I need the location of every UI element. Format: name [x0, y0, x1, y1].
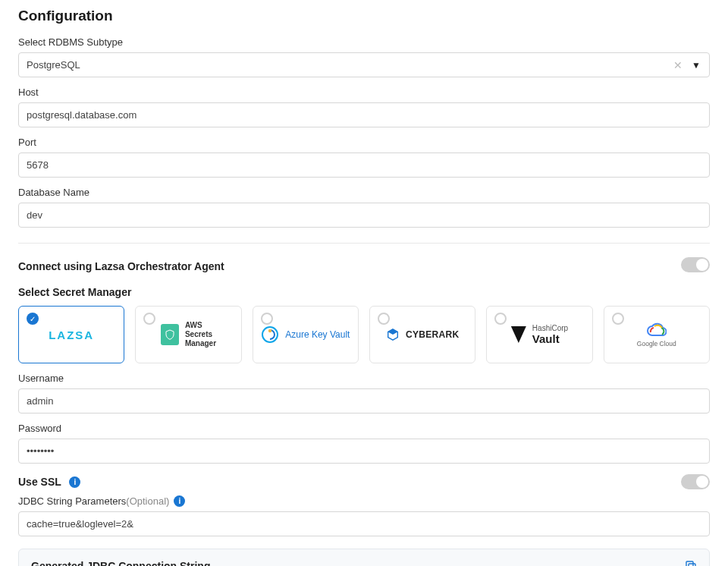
unchecked-icon	[612, 313, 624, 325]
svg-marker-3	[388, 329, 398, 335]
dbname-label: Database Name	[18, 187, 710, 198]
secret-card-azure[interactable]: Azure Key Vault	[253, 306, 359, 363]
port-label: Port	[18, 137, 710, 148]
check-icon: ✓	[27, 313, 39, 325]
password-label: Password	[18, 423, 710, 434]
secret-card-cyberark[interactable]: CYBERARK	[369, 306, 475, 363]
username-label: Username	[18, 373, 710, 384]
copy-icon[interactable]	[685, 560, 697, 566]
divider	[18, 243, 710, 244]
shield-icon	[161, 324, 179, 345]
unchecked-icon	[143, 313, 155, 325]
secret-card-lazsa[interactable]: ✓ LAZSA	[18, 306, 124, 363]
gcloud-label: Google Cloud	[637, 340, 676, 347]
connect-agent-label: Connect using Lazsa Orchestrator Agent	[18, 260, 224, 272]
unchecked-icon	[378, 313, 390, 325]
jdbc-params-optional: (Optional)	[126, 495, 169, 507]
unchecked-icon	[494, 313, 507, 325]
lazsa-logo: LAZSA	[49, 329, 94, 341]
host-label: Host	[18, 86, 710, 98]
gcloud-icon	[647, 322, 667, 338]
port-input[interactable]	[18, 153, 710, 178]
generated-connection-box: Generated JDBC Connection String jdbc:po…	[18, 549, 710, 566]
use-ssl-toggle[interactable]	[681, 474, 710, 489]
vault-icon	[511, 326, 526, 343]
azure-icon	[261, 325, 279, 344]
cyberark-label: CYBERARK	[406, 329, 459, 340]
secret-manager-label: Select Secret Manager	[18, 286, 710, 298]
jdbc-params-label: JDBC String Parameters	[18, 495, 126, 507]
password-input[interactable]	[18, 439, 710, 464]
jdbc-params-input[interactable]	[18, 511, 710, 536]
host-input[interactable]	[18, 102, 710, 127]
secret-manager-cards: ✓ LAZSA AWS Secrets Manager Azure Key Va…	[18, 306, 710, 363]
aws-line2: Secrets	[185, 330, 216, 339]
rdbms-select[interactable]	[18, 52, 710, 77]
vault-brand: HashiCorp	[532, 324, 568, 332]
clear-icon[interactable]: ✕	[673, 59, 682, 71]
aws-line3: Manager	[185, 339, 216, 348]
info-icon[interactable]: i	[174, 495, 185, 507]
vault-label: Vault	[532, 332, 568, 345]
rdbms-label: Select RDBMS Subtype	[18, 36, 710, 48]
svg-point-1	[268, 329, 271, 332]
connect-agent-toggle[interactable]	[681, 257, 710, 272]
unchecked-icon	[261, 313, 273, 325]
generated-connection-title: Generated JDBC Connection String	[31, 560, 697, 566]
username-input[interactable]	[18, 388, 710, 413]
chevron-down-icon[interactable]: ▼	[692, 60, 701, 71]
cyberark-icon	[386, 328, 400, 341]
dbname-input[interactable]	[18, 203, 710, 228]
info-icon[interactable]: i	[69, 476, 80, 488]
page-title: Configuration	[18, 8, 710, 24]
azure-label: Azure Key Vault	[285, 329, 350, 340]
secret-card-gcloud[interactable]: Google Cloud	[604, 306, 710, 363]
secret-card-aws[interactable]: AWS Secrets Manager	[135, 306, 241, 363]
secret-card-vault[interactable]: HashiCorp Vault	[486, 306, 592, 363]
aws-line1: AWS	[185, 321, 216, 330]
use-ssl-label: Use SSL	[18, 476, 61, 488]
